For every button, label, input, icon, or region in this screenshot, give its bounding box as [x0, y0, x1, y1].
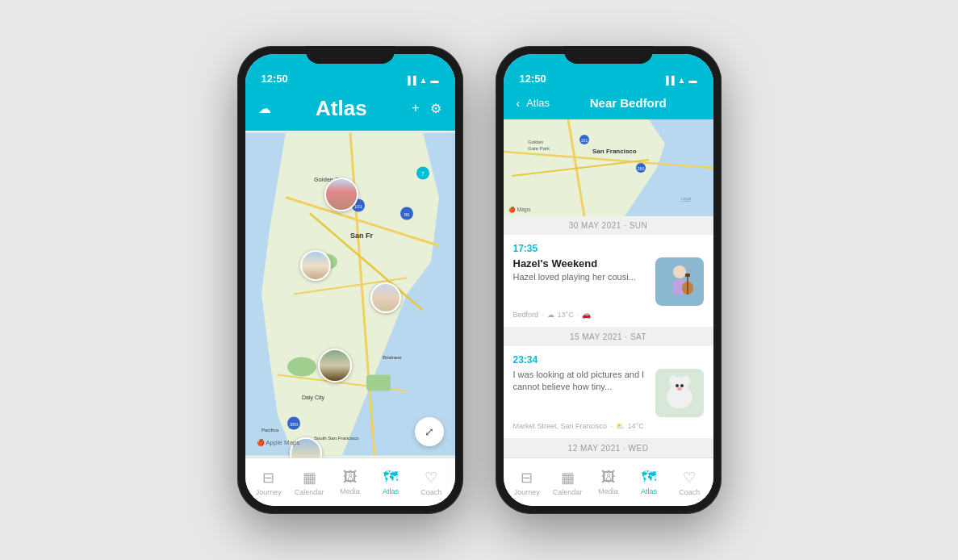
photo-pin-bridge[interactable] — [324, 178, 358, 211]
girl-guitar-svg — [655, 257, 704, 306]
detail-content: 101 280 San Francisco Golden Gate Park L… — [504, 119, 713, 458]
back-arrow[interactable]: ‹ — [517, 97, 521, 110]
media-icon-r: 🖼 — [601, 469, 616, 486]
svg-point-51 — [680, 384, 684, 387]
media-label-r: Media — [598, 487, 618, 495]
entry-body-2: I was looking at old pictures and I cann… — [513, 369, 649, 394]
location-2: Market Street, San Francisco — [513, 422, 608, 430]
sep3: · — [610, 422, 613, 430]
svg-text:101: 101 — [353, 204, 362, 209]
nav-atlas-r[interactable]: 🗺 Atlas — [629, 469, 669, 495]
nav-journey[interactable]: ⊟ Journey — [249, 469, 289, 496]
location-1: Bedford — [513, 311, 539, 319]
atlas-icon-r: 🗺 — [642, 469, 656, 486]
svg-rect-44 — [685, 274, 690, 277]
svg-point-40 — [673, 265, 686, 278]
date-sep-2: 15 MAY 2021 · SAT — [504, 328, 713, 346]
entry-text-1: Hazel's Weekend Hazel loved playing her … — [513, 257, 649, 283]
detail-map[interactable]: 101 280 San Francisco Golden Gate Park L… — [504, 119, 713, 216]
nav-calendar[interactable]: ▦ Calendar — [289, 469, 329, 496]
temp-1: 13°C — [558, 311, 574, 319]
left-header: ☁ Atlas + ⚙ — [245, 90, 455, 131]
svg-text:80: 80 — [404, 212, 409, 217]
expand-button[interactable]: ⤢ — [415, 417, 444, 446]
settings-icon[interactable]: ⚙ — [430, 101, 441, 116]
left-phone: 12:50 ▐▐ ▲ ▬ ☁ Atlas + ⚙ — [237, 46, 463, 514]
apple-maps-badge: 🍎 Apple Maps — [257, 439, 300, 446]
journey-label: Journey — [256, 488, 282, 496]
nav-calendar-r[interactable]: ▦ Calendar — [547, 469, 588, 496]
calendar-icon: ▦ — [303, 469, 316, 487]
cloud-icon[interactable]: ☁ — [258, 101, 271, 116]
atlas-icon: 🗺 — [383, 469, 398, 486]
status-time-right: 12:50 — [520, 73, 546, 85]
svg-text:Legal: Legal — [681, 196, 691, 201]
journey-icon-r: ⊟ — [521, 469, 533, 487]
svg-point-52 — [677, 387, 682, 391]
dog-svg — [655, 369, 704, 417]
sep1: · — [542, 311, 544, 319]
media-label: Media — [340, 487, 360, 495]
nav-atlas[interactable]: 🗺 Atlas — [370, 469, 411, 495]
temp-2: 14°C — [628, 422, 644, 430]
svg-text:Pacifica: Pacifica — [261, 428, 279, 433]
coach-icon: ♡ — [425, 469, 437, 487]
car-1: 🚗 — [582, 311, 591, 319]
nav-journey-r[interactable]: ⊟ Journey — [507, 469, 547, 496]
entry-card-1[interactable]: 17:35 Hazel's Weekend Hazel loved playin… — [504, 235, 713, 328]
status-icons-right: ▐▐ ▲ ▬ — [663, 76, 697, 85]
nav-media[interactable]: 🖼 Media — [329, 469, 370, 495]
svg-text:101: 101 — [580, 138, 588, 143]
entry-time-2: 23:34 — [513, 354, 704, 366]
media-icon: 🖼 — [343, 469, 358, 486]
apple-icon: 🍎 — [257, 439, 265, 446]
entry-time-1: 17:35 — [513, 243, 704, 254]
maps-badge-detail: 🍎 Maps — [508, 207, 531, 213]
atlas-label: Atlas — [383, 487, 399, 495]
atlas-label-r: Atlas — [641, 487, 657, 495]
battery-icon-r: ▬ — [689, 76, 697, 85]
svg-text:Brisbane: Brisbane — [383, 355, 402, 360]
photo-dog — [655, 369, 704, 417]
signal-icon-r: ▐▐ — [663, 76, 674, 85]
right-header: ‹ Atlas Near Bedford — [504, 90, 713, 119]
photo-pin-girl2[interactable] — [370, 282, 401, 313]
photo-girl-guitar — [655, 257, 704, 306]
add-icon[interactable]: + — [412, 101, 419, 116]
coach-label-r: Coach — [679, 488, 700, 496]
map-background: Golden Gate San Fr Daly City Brisbane Pa… — [245, 131, 455, 458]
wifi-icon-r: ▲ — [678, 76, 686, 85]
header-actions: + ⚙ — [412, 101, 441, 116]
nav-coach[interactable]: ♡ Coach — [411, 469, 451, 496]
photo-pin-couple[interactable] — [318, 349, 352, 382]
svg-text:Golden: Golden — [528, 140, 543, 144]
entry-card-2[interactable]: 23:34 I was looking at old pictures and … — [504, 346, 713, 439]
notch — [306, 46, 395, 64]
atlas-title: Atlas — [316, 96, 367, 121]
battery-icon: ▬ — [431, 76, 439, 85]
wifi-icon: ▲ — [420, 76, 428, 85]
journey-label-r: Journey — [514, 488, 540, 496]
svg-text:Gate Park: Gate Park — [528, 146, 550, 151]
svg-rect-9 — [366, 375, 391, 391]
nav-media-r[interactable]: 🖼 Media — [588, 469, 628, 495]
entry-meta-2: Market Street, San Francisco · ⛅ 14°C — [513, 422, 704, 430]
coach-label: Coach — [420, 488, 441, 496]
entry-meta-1: Bedford · ☁ 13°C · 🚗 — [513, 311, 704, 319]
weather-1: ☁ — [547, 311, 554, 319]
nav-coach-r[interactable]: ♡ Coach — [669, 469, 709, 496]
detail-title: Near Bedford — [556, 96, 700, 110]
photo-pin-girl[interactable] — [300, 250, 331, 281]
bottom-nav-left: ⊟ Journey ▦ Calendar 🖼 Media 🗺 Atlas ♡ — [245, 458, 455, 506]
calendar-icon-r: ▦ — [561, 469, 575, 487]
map-area[interactable]: Golden Gate San Fr Daly City Brisbane Pa… — [245, 131, 455, 458]
back-label[interactable]: Atlas — [526, 97, 550, 109]
weather-2: ⛅ — [616, 422, 625, 430]
date-sep-3: 12 MAY 2021 · WED — [504, 439, 713, 458]
svg-point-50 — [676, 384, 679, 387]
svg-text:Daly City: Daly City — [302, 395, 325, 401]
expand-icon: ⤢ — [425, 425, 434, 438]
status-icons-left: ▐▐ ▲ ▬ — [404, 76, 438, 85]
svg-text:7: 7 — [421, 171, 425, 177]
entry-title-1: Hazel's Weekend — [513, 257, 649, 270]
